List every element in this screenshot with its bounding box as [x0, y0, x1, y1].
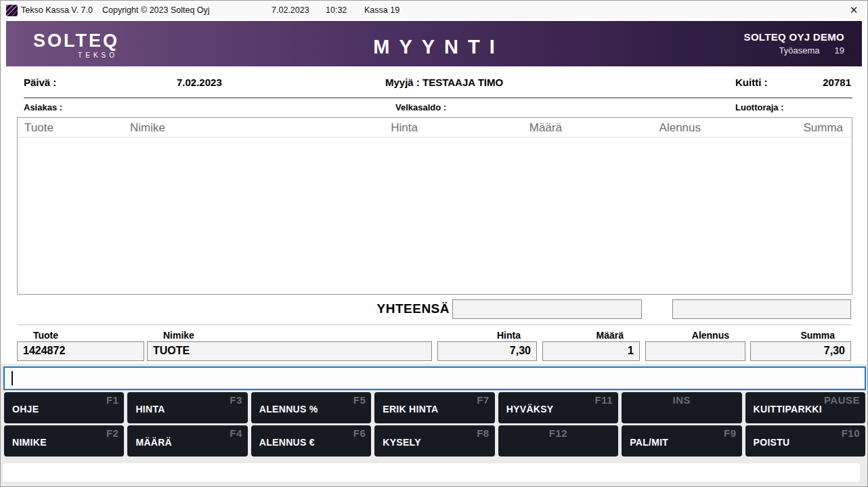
workstation-value: 19	[835, 45, 844, 56]
fkey-label: KUITTIPARKKI	[754, 404, 822, 415]
fkey-keyname: F1	[106, 394, 119, 406]
function-key-grid: F1 OHJE F3 HINTA F5 ALENNUS % F7 ERIK HI…	[4, 392, 865, 457]
fkey-keyname: F3	[230, 394, 242, 406]
fkey-label: POISTU	[754, 437, 790, 448]
command-input[interactable]	[3, 366, 866, 390]
fkey-keyname: PAUSE	[824, 394, 860, 406]
fkey-poistu-button[interactable]: F10 POISTU	[745, 425, 865, 457]
seller-label: Myyjä : TESTAAJA TIMO	[385, 77, 503, 88]
copyright-text: Copyright © 2023 Solteq Oyj	[102, 5, 210, 15]
column-header-summa: Summa	[803, 121, 843, 135]
fkey-label: ALENNUS %	[259, 404, 318, 415]
fkey-keyname: F8	[477, 427, 490, 439]
lower-panel: F1 OHJE F3 HINTA F5 ALENNUS % F7 ERIK HI…	[1, 364, 867, 487]
fkey-label: ERIK HINTA	[383, 404, 438, 415]
entry-label-summa: Summa	[750, 330, 851, 341]
fkey-keyname: F4	[230, 427, 242, 439]
entry-field-tuote[interactable]: 1424872	[17, 341, 144, 361]
app-title: Tekso Kassa V. 7.0	[21, 5, 93, 15]
fkey-pal-mit-button[interactable]: F9 PAL/MIT	[622, 425, 741, 457]
debt-label: Velkasaldo :	[395, 102, 446, 112]
fkey-keyname: F6	[353, 427, 366, 439]
date-value: 7.02.2023	[177, 77, 222, 88]
workstation-line: Työasema19	[744, 45, 844, 56]
entry-label-nimike: Nimike	[147, 330, 432, 341]
fkey-label: HYVÄKSY	[506, 404, 554, 415]
table-header-row: Tuote Nimike Hinta Määrä Alennus Summa	[18, 118, 852, 137]
fkey-maara-button[interactable]: F4 MÄÄRÄ	[127, 425, 247, 457]
entry-field-summa[interactable]: 7,30	[750, 341, 851, 361]
entry-field-alennus[interactable]	[645, 341, 745, 361]
fkey-keyname: F5	[353, 394, 366, 406]
status-bar	[3, 463, 860, 482]
entry-label-hinta: Hinta	[437, 330, 537, 341]
titlebar: Tekso Kassa V. 7.0 Copyright © 2023 Solt…	[1, 1, 867, 20]
fkey-keyname: F9	[724, 427, 737, 439]
fkey-keyname: INS	[622, 394, 741, 406]
fkey-ins-button[interactable]: INS	[622, 392, 741, 423]
entry-label-maara: Määrä	[542, 330, 640, 341]
total-amount-field	[452, 299, 642, 319]
entry-field-maara[interactable]: 1	[542, 341, 640, 361]
titlebar-time: 10:32	[326, 5, 347, 15]
workstation-label: Työasema	[779, 45, 820, 56]
text-cursor	[12, 371, 13, 385]
entry-field-nimike[interactable]: TUOTE	[147, 341, 432, 361]
fkey-alennus-eur-button[interactable]: F6 ALENNUS €	[251, 425, 371, 457]
receipt-label: Kuitti :	[735, 77, 767, 88]
receipt-lines-table: Tuote Nimike Hinta Määrä Alennus Summa	[17, 117, 852, 295]
total-secondary-field	[672, 299, 851, 319]
titlebar-date: 7.02.2023	[272, 5, 309, 15]
fkey-keyname: F10	[842, 427, 860, 439]
fkey-nimike-button[interactable]: F2 NIMIKE	[4, 425, 124, 457]
total-label: YHTEENSÄ	[272, 301, 450, 316]
fkey-hyvaksy-button[interactable]: F11 HYVÄKSY	[498, 392, 618, 423]
fkey-label: PAL/MIT	[630, 437, 668, 448]
fkey-erik-hinta-button[interactable]: F7 ERIK HINTA	[374, 392, 494, 423]
fkey-label: OHJE	[12, 404, 39, 415]
credit-label: Luottoraja :	[735, 102, 784, 112]
close-icon[interactable]: ✕	[846, 1, 862, 20]
fkey-hinta-button[interactable]: F3 HINTA	[127, 392, 247, 423]
fkey-kysely-button[interactable]: F8 KYSELY	[374, 425, 494, 457]
titlebar-register: Kassa 19	[364, 5, 399, 15]
fkey-label: MÄÄRÄ	[135, 437, 172, 448]
entry-divider	[18, 324, 852, 325]
entry-label-tuote: Tuote	[17, 330, 144, 341]
customer-label: Asiakas :	[24, 102, 62, 112]
header-divider	[24, 98, 852, 98]
fkey-label: KYSELY	[383, 437, 421, 448]
screen-title: MYYNTI	[6, 36, 862, 58]
fkey-alennus-pct-button[interactable]: F5 ALENNUS %	[251, 392, 371, 423]
fkey-keyname: F12	[498, 427, 618, 439]
column-header-hinta: Hinta	[391, 121, 418, 135]
entry-label-alennus: Alennus	[645, 330, 745, 341]
column-header-tuote: Tuote	[24, 121, 53, 135]
fkey-f12-button[interactable]: F12	[498, 425, 618, 457]
column-header-maara: Määrä	[529, 121, 562, 135]
app-window: Tekso Kassa V. 7.0 Copyright © 2023 Solt…	[0, 0, 868, 487]
app-icon	[6, 5, 18, 16]
receipt-number: 20781	[786, 77, 851, 88]
column-header-alennus: Alennus	[659, 121, 701, 135]
app-header: SOLTEQ TEKSO MYYNTI SOLTEQ OYJ DEMO Työa…	[6, 21, 862, 66]
company-name: SOLTEQ OYJ DEMO	[744, 31, 844, 43]
column-header-nimike: Nimike	[130, 121, 165, 135]
fkey-keyname: F11	[595, 394, 613, 406]
fkey-keyname: F7	[477, 394, 490, 406]
fkey-label: HINTA	[135, 404, 165, 415]
fkey-kuittiparkki-button[interactable]: PAUSE KUITTIPARKKI	[745, 392, 865, 423]
header-right-block: SOLTEQ OYJ DEMO Työasema19	[744, 31, 844, 56]
fkey-label: ALENNUS €	[259, 437, 315, 448]
fkey-keyname: F2	[106, 427, 119, 439]
fkey-label: NIMIKE	[12, 437, 47, 448]
fkey-ohje-button[interactable]: F1 OHJE	[4, 392, 124, 423]
date-label: Päivä :	[24, 77, 56, 88]
entry-field-hinta[interactable]: 7,30	[437, 341, 537, 361]
